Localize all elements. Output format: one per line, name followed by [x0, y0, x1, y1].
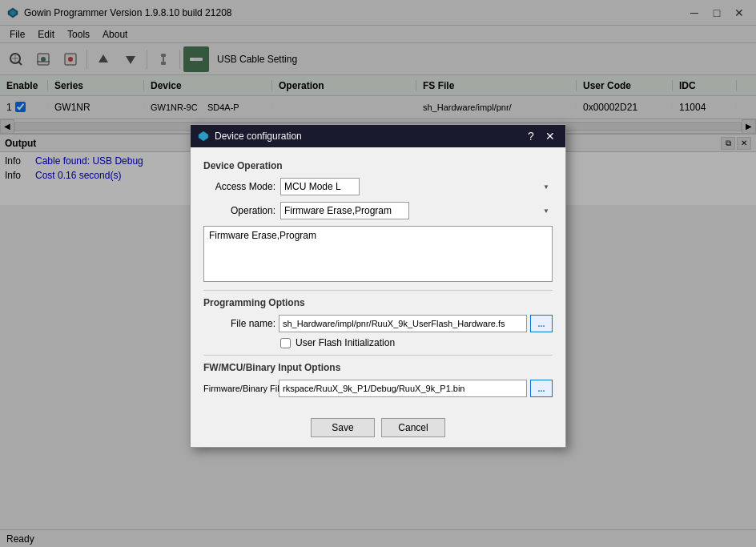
- dialog-title: Device configuration: [215, 131, 522, 142]
- file-name-input[interactable]: [279, 315, 527, 332]
- user-flash-label: User Flash Initialization: [296, 337, 395, 348]
- file-browse-button[interactable]: ...: [530, 315, 553, 332]
- dialog-titlebar: Device configuration ? ✕: [191, 125, 565, 147]
- operation-wrapper: Firmware Erase,Program Firmware Program …: [280, 202, 553, 219]
- operation-select[interactable]: Firmware Erase,Program Firmware Program …: [280, 202, 409, 219]
- modal-overlay: Device configuration ? ✕ Device Operatio…: [0, 0, 756, 547]
- dialog-body: Device Operation Access Mode: MCU Mode L…: [191, 147, 565, 412]
- section-device-operation: Device Operation: [203, 160, 553, 171]
- access-mode-select[interactable]: MCU Mode L MCU Mode H JTAG Mode: [280, 178, 360, 195]
- dialog-controls: ? ✕: [522, 128, 559, 144]
- access-mode-row: Access Mode: MCU Mode L MCU Mode H JTAG …: [203, 178, 553, 195]
- user-flash-row: User Flash Initialization: [280, 337, 553, 348]
- fw-binary-label: Firmware/Binary File:: [203, 384, 275, 393]
- file-name-row: File name: ...: [203, 315, 553, 332]
- dialog-footer: Save Cancel: [191, 412, 565, 447]
- file-name-label: File name:: [203, 318, 275, 329]
- section-programming-options: Programming Options: [203, 297, 553, 308]
- fw-binary-input[interactable]: [279, 380, 527, 397]
- user-flash-checkbox[interactable]: [280, 338, 291, 348]
- svg-marker-18: [199, 131, 208, 141]
- description-box: Firmware Erase,Program: [203, 226, 553, 282]
- cancel-button[interactable]: Cancel: [381, 418, 445, 437]
- operation-row: Operation: Firmware Erase,Program Firmwa…: [203, 202, 553, 219]
- operation-label: Operation:: [203, 205, 275, 216]
- access-mode-wrapper: MCU Mode L MCU Mode H JTAG Mode: [280, 178, 553, 195]
- dialog-icon: [197, 130, 210, 143]
- access-mode-label: Access Mode:: [203, 181, 275, 192]
- section-fw-mcu: FW/MCU/Binary Input Options: [203, 362, 553, 373]
- divider-2: [203, 355, 553, 356]
- save-button[interactable]: Save: [311, 418, 375, 437]
- dialog-help-button[interactable]: ?: [522, 128, 540, 144]
- device-config-dialog: Device configuration ? ✕ Device Operatio…: [190, 124, 566, 448]
- fw-binary-row: Firmware/Binary File: ...: [203, 380, 553, 397]
- dialog-close-button[interactable]: ✕: [541, 128, 559, 144]
- fw-browse-button[interactable]: ...: [530, 380, 553, 397]
- divider-1: [203, 290, 553, 291]
